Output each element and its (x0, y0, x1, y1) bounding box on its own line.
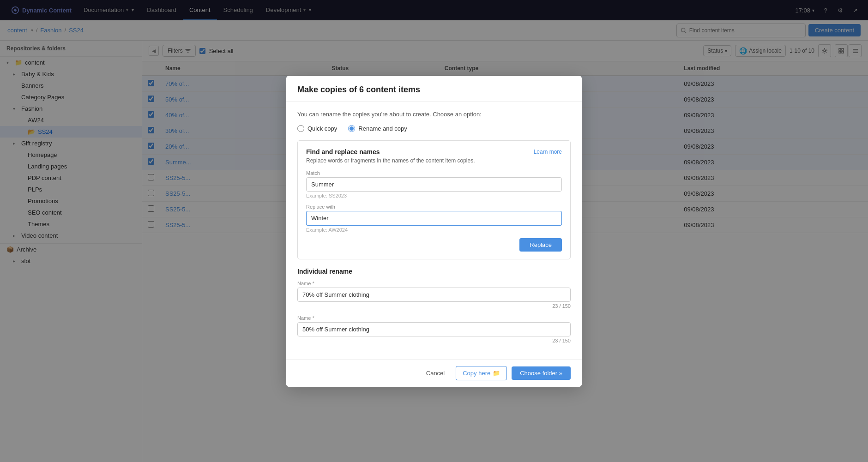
rename-input-wrapper-2 (297, 322, 571, 336)
match-input[interactable] (306, 177, 562, 192)
rename-copy-label: Rename and copy (358, 125, 407, 132)
copy-here-label: Copy here (463, 370, 490, 377)
individual-rename-title: Individual rename (297, 268, 571, 275)
modal-footer: Cancel Copy here 📁 Choose folder » (286, 359, 582, 387)
modal-overlay[interactable]: Make copies of 6 content items You can r… (0, 0, 868, 462)
rename-label-2: Name * (297, 315, 571, 321)
replace-field-group: Replace with Example: AW2024 (306, 204, 562, 233)
individual-rename-section: Individual rename Name * 23 / 150 Name *… (297, 268, 571, 343)
replace-button[interactable]: Replace (519, 238, 562, 252)
find-replace-header: Find and replace names Learn more (306, 148, 562, 156)
rename-field-1: Name * 23 / 150 (297, 281, 571, 309)
learn-more-link[interactable]: Learn more (534, 149, 562, 155)
quick-copy-radio[interactable] (297, 125, 304, 132)
cancel-button[interactable]: Cancel (420, 366, 451, 380)
folder-icon: 📁 (493, 370, 500, 377)
find-replace-box: Find and replace names Learn more Replac… (297, 140, 571, 259)
quick-copy-label: Quick copy (307, 125, 337, 132)
find-replace-desc: Replace words or fragments in the names … (306, 157, 562, 164)
rename-copy-option[interactable]: Rename and copy (348, 125, 407, 132)
modal-description: You can rename the copies you're about t… (297, 111, 571, 118)
replace-input[interactable] (306, 211, 562, 226)
rename-field-2: Name * 23 / 150 (297, 315, 571, 343)
copy-here-button[interactable]: Copy here 📁 (456, 366, 507, 380)
choose-folder-button[interactable]: Choose folder » (512, 366, 571, 380)
modal-title: Make copies of 6 content items (286, 76, 582, 102)
match-field-group: Match Example: SS2023 (306, 170, 562, 198)
rename-copy-radio[interactable] (348, 125, 355, 132)
rename-input-2[interactable] (297, 322, 571, 336)
copy-options-group: Quick copy Rename and copy (297, 125, 571, 132)
replace-hint: Example: AW2024 (306, 227, 562, 233)
match-label: Match (306, 170, 562, 176)
rename-input-wrapper-1 (297, 288, 571, 302)
quick-copy-option[interactable]: Quick copy (297, 125, 337, 132)
replace-label: Replace with (306, 204, 562, 210)
rename-input-1[interactable] (297, 288, 571, 302)
rename-counter-2: 23 / 150 (297, 338, 571, 343)
match-hint: Example: SS2023 (306, 193, 562, 198)
rename-counter-1: 23 / 150 (297, 303, 571, 309)
find-replace-title: Find and replace names (306, 148, 380, 156)
modal-body: You can rename the copies you're about t… (286, 102, 582, 359)
copy-modal: Make copies of 6 content items You can r… (286, 76, 582, 387)
rename-label-1: Name * (297, 281, 571, 286)
